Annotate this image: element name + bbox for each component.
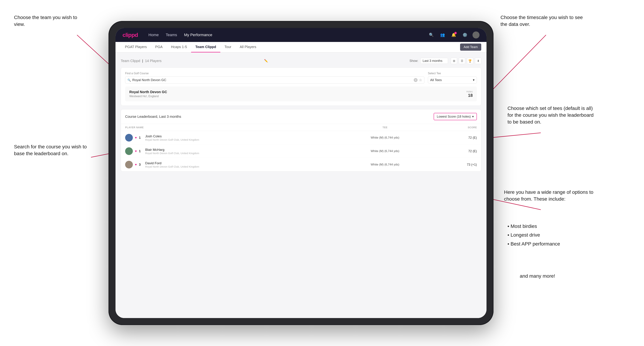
- annotation-tees: Choose which set of tees (default is all…: [508, 105, 598, 126]
- add-team-button[interactable]: Add Team: [460, 43, 481, 51]
- favorite-icon-0[interactable]: ♥: [135, 136, 137, 140]
- annotation-bullets: Most birdies Longest drive Best APP perf…: [508, 222, 592, 248]
- bell-icon-btn[interactable]: 🔔1: [450, 31, 457, 38]
- player-col-2: ♥ 3 David Ford Royal North Devon Golf Cl…: [125, 161, 314, 169]
- player-rank-2: 3: [139, 163, 143, 167]
- table-row: ♥ 1 Josh Coles Royal North Devon Golf Cl…: [121, 131, 481, 145]
- time-period-select[interactable]: Last 3 months: [420, 58, 448, 64]
- tab-pga[interactable]: PGA: [151, 42, 167, 52]
- nav-bar: clippd Home Teams My Performance 🔍 👥 🔔1 …: [116, 28, 486, 42]
- show-label: Show:: [410, 59, 418, 63]
- select-tee-group: Select Tee All Tees ▾: [428, 72, 477, 84]
- tab-pgat-players[interactable]: PGAT Players: [121, 42, 151, 52]
- grid-view-btn[interactable]: ⊞: [451, 58, 457, 64]
- player-club-2: Royal North Devon Golf Club, United King…: [145, 165, 199, 168]
- player-score-0: 72 (E): [456, 136, 477, 140]
- nav-link-home[interactable]: Home: [148, 33, 159, 37]
- app-container: clippd Home Teams My Performance 🔍 👥 🔔1 …: [116, 28, 486, 318]
- player-info-0: Josh Coles Royal North Devon Golf Club, …: [145, 134, 199, 141]
- annotation-and-more: and many more!: [520, 273, 590, 279]
- player-name-2: David Ford: [145, 161, 199, 165]
- player-club-0: Royal North Devon Golf Club, United King…: [145, 138, 199, 141]
- user-avatar[interactable]: [472, 31, 480, 38]
- leaderboard-header: Course Leaderboard, Last 3 months Lowest…: [121, 109, 481, 124]
- player-rank-0: 1: [139, 136, 143, 140]
- player-avatar-2: [125, 161, 133, 169]
- find-course-group: Find a Golf Course 🔍 ✕ ☆: [125, 72, 424, 84]
- player-tee-0: White (M) (6,744 yds): [314, 136, 456, 140]
- team-title: Team Clippd | 14 Players: [121, 59, 262, 63]
- users-icon-btn[interactable]: 👥: [439, 31, 446, 38]
- course-search-wrapper: 🔍 ✕ ☆: [125, 76, 424, 84]
- player-name-0: Josh Coles: [145, 134, 199, 138]
- holes-badge: Holes 18: [466, 90, 473, 98]
- leaderboard-title: Course Leaderboard, Last 3 months: [125, 115, 434, 119]
- player-name-1: Blair McHarg: [145, 148, 199, 152]
- course-result-info: Royal North Devon GC Westward Ho!, Engla…: [129, 90, 167, 98]
- annotation-options: Here you have a wide range of options to…: [504, 189, 598, 202]
- player-tee-1: White (M) (6,744 yds): [314, 149, 456, 153]
- list-view-btn[interactable]: ☰: [459, 58, 465, 64]
- holes-label: Holes: [466, 90, 473, 93]
- favorite-btn[interactable]: ☆: [419, 78, 422, 82]
- player-club-1: Royal North Devon Golf Club, United King…: [145, 152, 199, 155]
- player-tee-2: White (M) (6,744 yds): [314, 163, 456, 166]
- score-type-label: Lowest Score (18 holes): [437, 115, 471, 119]
- player-rank-1: 1: [139, 149, 143, 153]
- annotation-search-course: Search for the course you wish to base t…: [14, 143, 91, 157]
- chevron-down-icon-score: ▾: [472, 115, 474, 119]
- player-info-1: Blair McHarg Royal North Devon Golf Club…: [145, 148, 199, 155]
- score-type-dropdown[interactable]: Lowest Score (18 holes) ▾: [434, 113, 477, 120]
- nav-link-performance[interactable]: My Performance: [184, 33, 212, 37]
- favorite-icon-1[interactable]: ♥: [135, 149, 137, 153]
- col-header-tee: TEE: [314, 126, 456, 129]
- player-avatar-1: [125, 147, 133, 155]
- tee-select-wrapper[interactable]: All Tees ▾: [428, 76, 477, 84]
- course-result: Royal North Devon GC Westward Ho!, Engla…: [125, 86, 477, 101]
- course-form-row: Find a Golf Course 🔍 ✕ ☆ Select Tee: [125, 72, 477, 84]
- nav-icons: 🔍 👥 🔔1 ⚙️: [428, 31, 480, 38]
- table-row: ♥ 3 David Ford Royal North Devon Golf Cl…: [121, 158, 481, 172]
- tab-tour[interactable]: Tour: [220, 42, 236, 52]
- edit-icon[interactable]: ✏️: [264, 59, 268, 63]
- nav-links: Home Teams My Performance: [148, 33, 428, 37]
- player-score-2: 73 (+1): [456, 163, 477, 167]
- course-location: Westward Ho!, England: [129, 95, 167, 98]
- search-icon: 🔍: [128, 78, 131, 82]
- sub-nav: PGAT Players PGA Hcaps 1-5 Team Clippd T…: [116, 42, 486, 52]
- download-btn[interactable]: ⬇: [475, 58, 481, 64]
- col-header-player: PLAYER NAME: [125, 126, 314, 129]
- trophy-view-btn[interactable]: 🏆: [467, 58, 473, 64]
- player-col-1: ♥ 1 Blair McHarg Royal North Devon Golf …: [125, 147, 314, 155]
- tee-value: All Tees: [430, 78, 442, 82]
- tablet-frame: clippd Home Teams My Performance 🔍 👥 🔔1 …: [108, 21, 494, 325]
- holes-value: 18: [468, 93, 473, 98]
- nav-logo: clippd: [122, 32, 138, 38]
- course-search-section: Find a Golf Course 🔍 ✕ ☆ Select Tee: [121, 67, 481, 106]
- player-avatar-0: [125, 134, 133, 142]
- table-header-row: PLAYER NAME TEE SCORE: [121, 124, 481, 131]
- notification-badge: 1: [454, 32, 457, 34]
- player-score-1: 72 (E): [456, 149, 477, 153]
- course-search-input[interactable]: [132, 78, 412, 82]
- view-icons: ⊞ ☰ 🏆 ⬇: [451, 58, 481, 64]
- tab-hcaps[interactable]: Hcaps 1-5: [167, 42, 191, 52]
- col-header-score: SCORE: [456, 126, 477, 129]
- annotation-choose-team: Choose the team you wish to view.: [14, 14, 84, 28]
- tab-team-clippd[interactable]: Team Clippd: [191, 42, 220, 52]
- player-col-0: ♥ 1 Josh Coles Royal North Devon Golf Cl…: [125, 134, 314, 142]
- course-name: Royal North Devon GC: [129, 90, 167, 94]
- settings-icon-btn[interactable]: ⚙️: [461, 31, 468, 38]
- player-info-2: David Ford Royal North Devon Golf Club, …: [145, 161, 199, 168]
- table-row: ♥ 1 Blair McHarg Royal North Devon Golf …: [121, 145, 481, 158]
- find-course-label: Find a Golf Course: [125, 72, 424, 75]
- team-header: Team Clippd | 14 Players ✏️ Show: Last 3…: [121, 58, 481, 64]
- annotation-timescale: Choose the timescale you wish to see the…: [500, 14, 588, 28]
- clear-search-btn[interactable]: ✕: [414, 78, 418, 82]
- search-icon-btn[interactable]: 🔍: [428, 31, 435, 38]
- favorite-icon-2[interactable]: ♥: [135, 163, 137, 167]
- tablet-screen: clippd Home Teams My Performance 🔍 👥 🔔1 …: [116, 28, 486, 318]
- tab-all-players[interactable]: All Players: [236, 42, 260, 52]
- nav-link-teams[interactable]: Teams: [166, 33, 177, 37]
- leaderboard-section: Course Leaderboard, Last 3 months Lowest…: [121, 109, 481, 172]
